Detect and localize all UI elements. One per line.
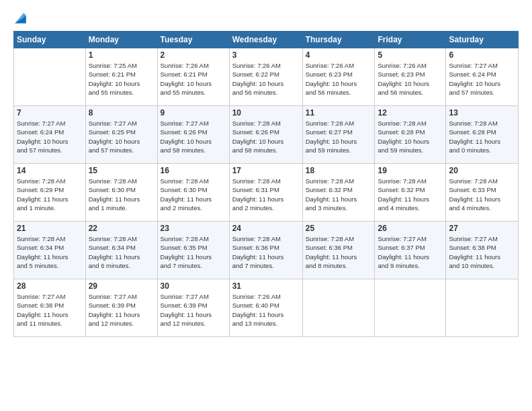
- day-number: 12: [378, 108, 443, 118]
- calendar-cell: 7Sunrise: 7:27 AM Sunset: 6:24 PM Daylig…: [14, 106, 86, 164]
- calendar-cell: 19Sunrise: 7:28 AM Sunset: 6:32 PM Dayli…: [375, 164, 446, 222]
- calendar-cell: 1Sunrise: 7:25 AM Sunset: 6:21 PM Daylig…: [85, 48, 157, 106]
- day-number: 8: [89, 108, 154, 118]
- day-info: Sunrise: 7:28 AM Sunset: 6:36 PM Dayligh…: [306, 234, 372, 270]
- calendar-cell: 26Sunrise: 7:27 AM Sunset: 6:37 PM Dayli…: [375, 222, 446, 279]
- col-header-sunday: Sunday: [14, 32, 86, 48]
- calendar-cell: 21Sunrise: 7:28 AM Sunset: 6:34 PM Dayli…: [14, 222, 86, 279]
- calendar-cell: 17Sunrise: 7:28 AM Sunset: 6:31 PM Dayli…: [229, 164, 302, 222]
- calendar-week-2: 7Sunrise: 7:27 AM Sunset: 6:24 PM Daylig…: [14, 106, 519, 164]
- day-info: Sunrise: 7:28 AM Sunset: 6:34 PM Dayligh…: [89, 234, 154, 270]
- col-header-wednesday: Wednesday: [229, 32, 302, 48]
- day-number: 28: [17, 281, 83, 291]
- day-info: Sunrise: 7:28 AM Sunset: 6:27 PM Dayligh…: [306, 119, 372, 154]
- day-info: Sunrise: 7:26 AM Sunset: 6:22 PM Dayligh…: [232, 61, 300, 97]
- day-info: Sunrise: 7:27 AM Sunset: 6:38 PM Dayligh…: [17, 292, 83, 328]
- calendar-cell: 5Sunrise: 7:26 AM Sunset: 6:23 PM Daylig…: [375, 48, 446, 106]
- calendar-cell: [375, 279, 446, 337]
- day-number: 29: [89, 281, 154, 291]
- day-number: 24: [232, 224, 300, 233]
- day-number: 27: [449, 224, 515, 233]
- calendar-cell: 3Sunrise: 7:26 AM Sunset: 6:22 PM Daylig…: [229, 48, 302, 106]
- day-info: Sunrise: 7:28 AM Sunset: 6:29 PM Dayligh…: [17, 177, 83, 212]
- day-info: Sunrise: 7:26 AM Sunset: 6:23 PM Dayligh…: [306, 61, 372, 97]
- calendar-cell: 30Sunrise: 7:27 AM Sunset: 6:39 PM Dayli…: [157, 279, 229, 337]
- calendar-week-5: 28Sunrise: 7:27 AM Sunset: 6:38 PM Dayli…: [14, 279, 519, 337]
- day-number: 17: [232, 166, 300, 175]
- calendar-cell: 13Sunrise: 7:28 AM Sunset: 6:28 PM Dayli…: [446, 106, 519, 164]
- day-info: Sunrise: 7:28 AM Sunset: 6:34 PM Dayligh…: [17, 234, 83, 270]
- calendar-week-4: 21Sunrise: 7:28 AM Sunset: 6:34 PM Dayli…: [14, 222, 519, 279]
- calendar-cell: 23Sunrise: 7:28 AM Sunset: 6:35 PM Dayli…: [157, 222, 229, 279]
- day-number: 16: [161, 166, 226, 175]
- day-info: Sunrise: 7:28 AM Sunset: 6:30 PM Dayligh…: [161, 177, 226, 212]
- calendar-cell: 14Sunrise: 7:28 AM Sunset: 6:29 PM Dayli…: [14, 164, 86, 222]
- day-info: Sunrise: 7:28 AM Sunset: 6:35 PM Dayligh…: [161, 234, 226, 270]
- day-info: Sunrise: 7:28 AM Sunset: 6:32 PM Dayligh…: [378, 177, 443, 212]
- day-number: 18: [306, 166, 372, 175]
- col-header-friday: Friday: [375, 32, 446, 48]
- day-number: 4: [306, 50, 372, 60]
- calendar-cell: [14, 48, 86, 106]
- day-number: 5: [378, 50, 443, 60]
- col-header-thursday: Thursday: [302, 32, 375, 48]
- logo-icon: [15, 12, 27, 24]
- day-number: 3: [232, 50, 300, 60]
- day-number: 11: [306, 108, 372, 118]
- calendar-cell: 9Sunrise: 7:27 AM Sunset: 6:26 PM Daylig…: [157, 106, 229, 164]
- calendar-cell: 16Sunrise: 7:28 AM Sunset: 6:30 PM Dayli…: [157, 164, 229, 222]
- day-number: 7: [17, 108, 83, 118]
- day-info: Sunrise: 7:28 AM Sunset: 6:28 PM Dayligh…: [378, 119, 443, 154]
- calendar-week-3: 14Sunrise: 7:28 AM Sunset: 6:29 PM Dayli…: [14, 164, 519, 222]
- calendar-cell: 22Sunrise: 7:28 AM Sunset: 6:34 PM Dayli…: [85, 222, 157, 279]
- calendar-header-row: SundayMondayTuesdayWednesdayThursdayFrid…: [14, 32, 519, 48]
- calendar-cell: 15Sunrise: 7:28 AM Sunset: 6:30 PM Dayli…: [85, 164, 157, 222]
- day-number: 21: [17, 224, 83, 233]
- calendar-cell: 25Sunrise: 7:28 AM Sunset: 6:36 PM Dayli…: [302, 222, 375, 279]
- calendar-cell: [302, 279, 375, 337]
- day-info: Sunrise: 7:27 AM Sunset: 6:24 PM Dayligh…: [449, 61, 515, 97]
- day-info: Sunrise: 7:28 AM Sunset: 6:26 PM Dayligh…: [232, 119, 300, 154]
- day-number: 14: [17, 166, 83, 175]
- calendar-cell: [446, 279, 519, 337]
- day-number: 25: [306, 224, 372, 233]
- day-number: 10: [232, 108, 300, 118]
- day-info: Sunrise: 7:28 AM Sunset: 6:30 PM Dayligh…: [89, 177, 154, 212]
- day-info: Sunrise: 7:28 AM Sunset: 6:28 PM Dayligh…: [449, 119, 515, 154]
- calendar-cell: 20Sunrise: 7:28 AM Sunset: 6:33 PM Dayli…: [446, 164, 519, 222]
- day-info: Sunrise: 7:27 AM Sunset: 6:39 PM Dayligh…: [89, 292, 154, 328]
- logo-text: [13, 11, 27, 24]
- day-number: 22: [89, 224, 154, 233]
- calendar-cell: 28Sunrise: 7:27 AM Sunset: 6:38 PM Dayli…: [14, 279, 86, 337]
- day-number: 20: [449, 166, 515, 175]
- day-info: Sunrise: 7:27 AM Sunset: 6:26 PM Dayligh…: [161, 119, 226, 154]
- col-header-monday: Monday: [85, 32, 157, 48]
- day-info: Sunrise: 7:28 AM Sunset: 6:32 PM Dayligh…: [306, 177, 372, 212]
- day-number: 9: [161, 108, 226, 118]
- day-number: 26: [378, 224, 443, 233]
- col-header-saturday: Saturday: [446, 32, 519, 48]
- day-number: 2: [161, 50, 226, 60]
- logo: [13, 11, 27, 24]
- calendar-cell: 27Sunrise: 7:27 AM Sunset: 6:38 PM Dayli…: [446, 222, 519, 279]
- day-info: Sunrise: 7:28 AM Sunset: 6:36 PM Dayligh…: [232, 234, 300, 270]
- day-info: Sunrise: 7:27 AM Sunset: 6:39 PM Dayligh…: [161, 292, 226, 328]
- calendar-cell: 6Sunrise: 7:27 AM Sunset: 6:24 PM Daylig…: [446, 48, 519, 106]
- page: SundayMondayTuesdayWednesdayThursdayFrid…: [0, 0, 532, 411]
- day-info: Sunrise: 7:27 AM Sunset: 6:37 PM Dayligh…: [378, 234, 443, 270]
- calendar-cell: 12Sunrise: 7:28 AM Sunset: 6:28 PM Dayli…: [375, 106, 446, 164]
- day-number: 13: [449, 108, 515, 118]
- calendar-cell: 4Sunrise: 7:26 AM Sunset: 6:23 PM Daylig…: [302, 48, 375, 106]
- calendar-cell: 24Sunrise: 7:28 AM Sunset: 6:36 PM Dayli…: [229, 222, 302, 279]
- day-info: Sunrise: 7:26 AM Sunset: 6:21 PM Dayligh…: [161, 61, 226, 97]
- calendar-cell: 18Sunrise: 7:28 AM Sunset: 6:32 PM Dayli…: [302, 164, 375, 222]
- calendar-table: SundayMondayTuesdayWednesdayThursdayFrid…: [13, 31, 519, 337]
- calendar-cell: 31Sunrise: 7:26 AM Sunset: 6:40 PM Dayli…: [229, 279, 302, 337]
- calendar-cell: 29Sunrise: 7:27 AM Sunset: 6:39 PM Dayli…: [85, 279, 157, 337]
- day-number: 1: [89, 50, 154, 60]
- calendar-cell: 8Sunrise: 7:27 AM Sunset: 6:25 PM Daylig…: [85, 106, 157, 164]
- day-info: Sunrise: 7:27 AM Sunset: 6:25 PM Dayligh…: [89, 119, 154, 154]
- day-info: Sunrise: 7:26 AM Sunset: 6:23 PM Dayligh…: [378, 61, 443, 97]
- day-info: Sunrise: 7:28 AM Sunset: 6:31 PM Dayligh…: [232, 177, 300, 212]
- calendar-cell: 10Sunrise: 7:28 AM Sunset: 6:26 PM Dayli…: [229, 106, 302, 164]
